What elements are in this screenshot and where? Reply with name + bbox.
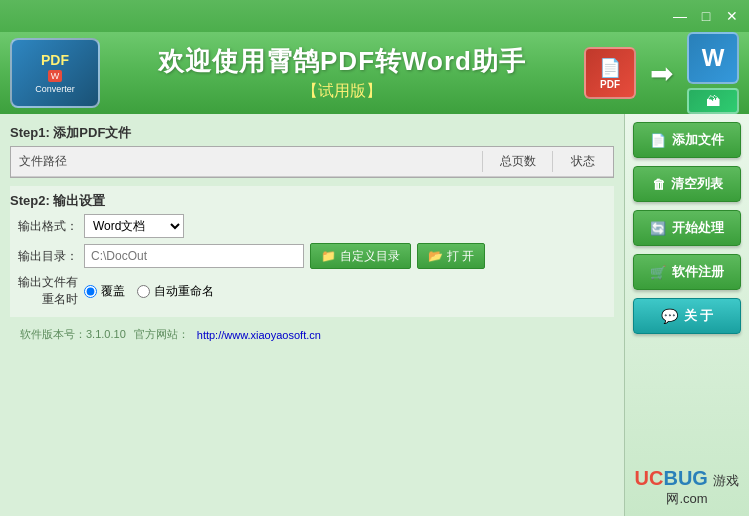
register-button[interactable]: 🛒 软件注册 (633, 254, 741, 290)
conflict-label: 输出文件有重名时 (10, 274, 78, 308)
word-icon: W (687, 32, 739, 84)
version-label: 软件版本号：3.1.0.10 (20, 327, 126, 342)
image-icon: 🏔 (687, 88, 739, 114)
clear-list-icon: 🗑 (652, 177, 665, 192)
start-process-icon: 🔄 (650, 221, 666, 236)
app-title: 欢迎使用霄鹄PDF转Word助手 (100, 44, 584, 79)
custom-dir-button[interactable]: 📁 自定义目录 (310, 243, 411, 269)
add-file-button[interactable]: 📄 添加文件 (633, 122, 741, 158)
step2-section: Step2: 输出设置 输出格式： Word文档 输出目录： 📁 自定义目录 📂 (10, 186, 614, 317)
col-status-header: 状态 (553, 151, 613, 172)
open-dir-icon: 📂 (428, 249, 443, 263)
conflict-row: 输出文件有重名时 覆盖 自动重命名 (10, 274, 614, 308)
col-path-header: 文件路径 (11, 151, 483, 172)
ucbug-logo-area: UCBUG 游戏网.com (633, 463, 741, 508)
website-link[interactable]: http://www.xiaoyaosoft.cn (197, 329, 321, 341)
table-header: 文件路径 总页数 状态 (11, 147, 613, 177)
footer-bar: 软件版本号：3.1.0.10 官方网站： http://www.xiaoyaos… (10, 325, 614, 344)
website-label: 官方网站： (134, 327, 189, 342)
custom-dir-icon: 📁 (321, 249, 336, 263)
format-select-wrapper: Word文档 (84, 214, 184, 238)
register-icon: 🛒 (650, 265, 666, 280)
step1-section: Step1: 添加PDF文件 文件路径 总页数 状态 (10, 124, 614, 178)
format-select[interactable]: Word文档 (84, 214, 184, 238)
header-title-area: 欢迎使用霄鹄PDF转Word助手 【试用版】 (100, 44, 584, 102)
app-logo: PDF W Converter (10, 38, 100, 108)
step2-label: Step2: 输出设置 (10, 192, 614, 210)
dir-label: 输出目录： (10, 248, 78, 265)
radio-group: 覆盖 自动重命名 (84, 283, 214, 300)
format-label: 输出格式： (10, 218, 78, 235)
clear-list-button[interactable]: 🗑 清空列表 (633, 166, 741, 202)
ucbug-bug: BUG (663, 467, 707, 489)
format-row: 输出格式： Word文档 (10, 214, 614, 238)
dir-row: 输出目录： 📁 自定义目录 📂 打 开 (10, 243, 614, 269)
ucbug-uc: UC (635, 467, 664, 489)
title-bar: — □ ✕ (0, 0, 749, 32)
pdf-icon: 📄 PDF (584, 47, 636, 99)
left-panel: Step1: 添加PDF文件 文件路径 总页数 状态 Step2: 输出设置 输… (0, 114, 624, 516)
target-icons: W 🏔 (687, 32, 739, 114)
about-icon: 💬 (661, 308, 678, 324)
file-table: 文件路径 总页数 状态 (10, 146, 614, 178)
maximize-button[interactable]: □ (693, 4, 719, 28)
open-dir-button[interactable]: 📂 打 开 (417, 243, 485, 269)
minimize-button[interactable]: — (667, 4, 693, 28)
col-pages-header: 总页数 (483, 151, 553, 172)
arrow-icon: ➡ (650, 57, 673, 90)
step1-label: Step1: 添加PDF文件 (10, 124, 614, 142)
start-process-button[interactable]: 🔄 开始处理 (633, 210, 741, 246)
dir-input[interactable] (84, 244, 304, 268)
header-icons-area: 📄 PDF ➡ W 🏔 (584, 32, 739, 114)
about-button[interactable]: 💬 关 于 (633, 298, 741, 334)
close-button[interactable]: ✕ (719, 4, 745, 28)
main-content: Step1: 添加PDF文件 文件路径 总页数 状态 Step2: 输出设置 输… (0, 114, 749, 516)
header: PDF W Converter 欢迎使用霄鹄PDF转Word助手 【试用版】 📄… (0, 32, 749, 114)
app-subtitle: 【试用版】 (100, 81, 584, 102)
ucbug-logo: UCBUG 游戏网.com (633, 467, 741, 508)
right-panel: 📄 添加文件 🗑 清空列表 🔄 开始处理 🛒 软件注册 💬 关 于 UCBUG … (624, 114, 749, 516)
radio-overwrite-input[interactable] (84, 285, 97, 298)
radio-rename[interactable]: 自动重命名 (137, 283, 214, 300)
ucbug-com: .com (679, 491, 707, 506)
add-file-icon: 📄 (650, 133, 666, 148)
radio-overwrite[interactable]: 覆盖 (84, 283, 125, 300)
radio-rename-input[interactable] (137, 285, 150, 298)
